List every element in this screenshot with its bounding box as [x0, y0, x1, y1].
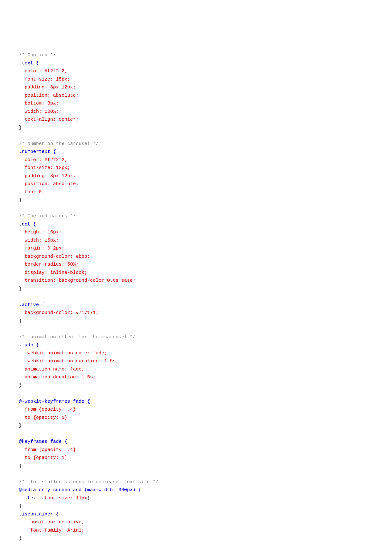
value-text: 15px; [45, 238, 59, 243]
value-text: {opacity: 1} [33, 415, 67, 420]
property-text: to [19, 455, 33, 461]
code-line: animation-name: fade; [19, 365, 373, 374]
value-text: #bbb; [76, 254, 90, 259]
code-line: } [19, 124, 373, 132]
value-text: background-color 0.6s ease; [59, 278, 136, 283]
property-text: color: [19, 157, 45, 163]
selector-text: .text { [19, 61, 39, 66]
property-text: font-size: [19, 77, 56, 82]
code-line [19, 293, 373, 301]
value-text: 50%; [67, 262, 79, 267]
value-text: inline-block; [50, 270, 87, 275]
punctuation-text: } [19, 318, 22, 324]
code-line: position: relative; [19, 518, 373, 527]
code-line: .iscontainer { [19, 510, 373, 519]
punctuation-text: } [19, 463, 22, 469]
property-text: margin: [19, 246, 47, 251]
code-line: @keyframes fade { [19, 438, 373, 446]
comment-text: /* animation effect for the mcarousel */ [19, 334, 136, 340]
comment-text: /* The indicators */ [19, 214, 76, 219]
punctuation-text: } [87, 496, 90, 501]
code-line: } [19, 534, 373, 543]
code-line [19, 430, 373, 438]
property-text: font-size: [45, 496, 76, 501]
at-rule-text: @-webkit-keyframes fade { [19, 399, 90, 404]
code-line: height: 15px; [19, 228, 373, 237]
value-text: #f2f2f2; [45, 157, 67, 163]
at-rule-text: @media only screen and (max-width: 300px… [19, 487, 141, 493]
value-text: fade; [70, 367, 84, 372]
at-rule-text: @keyframes fade { [19, 439, 67, 444]
value-text: 100%; [45, 109, 59, 114]
punctuation-text: } [19, 423, 22, 428]
value-text: Arial; [67, 528, 84, 533]
value-text: 1.5s; [104, 358, 118, 364]
value-text: absolute; [53, 93, 79, 98]
value-text: {opacity: 1} [33, 455, 67, 461]
code-editor: /* Caption */.text { color: #f2f2f2; fon… [19, 19, 373, 543]
property-text: to [19, 415, 33, 420]
code-line [19, 35, 373, 43]
code-line: } [19, 462, 373, 470]
property-text: transition: [19, 278, 59, 283]
code-line: .active { [19, 301, 373, 309]
property-text: position: [19, 520, 59, 525]
selector-text: .iscontainer { [19, 512, 59, 517]
property-text: height: [19, 230, 47, 235]
value-text: 12px; [56, 165, 70, 171]
code-line [19, 204, 373, 213]
code-line: animation-duration: 1.5s; [19, 373, 373, 382]
value-text: {opacity: .4} [39, 447, 76, 453]
code-line: width: 15px; [19, 237, 373, 245]
code-line: .text {font-size: 11px} [19, 494, 373, 503]
property-text: from [19, 447, 39, 453]
code-line: top: 0; [19, 188, 373, 196]
code-line: .fade { [19, 341, 373, 349]
property-text: width: [19, 109, 45, 114]
property-text: -webkit-animation-name: [19, 351, 93, 356]
code-line: @media only screen and (max-width: 300px… [19, 486, 373, 494]
code-line: /* for smaller screens to decrease text … [19, 478, 373, 486]
comment-text: /* for smaller screens to decrease text … [19, 479, 158, 485]
property-text: -webkit-animation-duration: [19, 358, 104, 364]
code-line: background-color: #717171; [19, 309, 373, 317]
property-text: padding: [19, 173, 50, 179]
code-line: } [19, 422, 373, 430]
code-line: padding: 8px 12px; [19, 83, 373, 92]
property-text: font-family: [19, 528, 67, 533]
code-line: transition: background-color 0.6s ease; [19, 277, 373, 285]
code-line: } [19, 317, 373, 325]
value-text: #717171; [76, 310, 99, 316]
selector-text: .text [19, 496, 42, 501]
code-line: to {opacity: 1} [19, 414, 373, 422]
property-text: top: [19, 190, 39, 195]
code-line: .dot { [19, 220, 373, 229]
code-line [19, 470, 373, 478]
code-line: /* Caption */ [19, 51, 373, 59]
code-line: -webkit-animation-duration: 1.5s; [19, 357, 373, 365]
property-text: border-radius: [19, 262, 67, 267]
code-line: from {opacity: .4} [19, 446, 373, 454]
code-line: } [19, 502, 373, 510]
code-line: to {opacity: 1} [19, 454, 373, 462]
code-line [19, 27, 373, 35]
value-text: fade; [93, 351, 107, 356]
property-text: background-color: [19, 254, 76, 259]
code-line: margin: 0 2px; [19, 244, 373, 253]
value-text: relative; [59, 520, 84, 525]
code-line: display: inline-block; [19, 269, 373, 277]
value-text: 0 2px; [47, 246, 64, 251]
property-text: bottom: [19, 101, 47, 106]
value-text: 15px; [47, 230, 62, 235]
value-text: 11px [76, 496, 87, 501]
code-line: width: 100%; [19, 108, 373, 116]
code-line: } [19, 382, 373, 390]
property-text: text-align: [19, 117, 59, 122]
code-line: position: absolute; [19, 180, 373, 188]
property-text: color: [19, 69, 45, 74]
code-line: @-webkit-keyframes fade { [19, 398, 373, 406]
code-line: .text { [19, 59, 373, 68]
property-text: position: [19, 181, 53, 187]
code-line: /* animation effect for the mcarousel */ [19, 333, 373, 341]
property-text: position: [19, 93, 53, 98]
